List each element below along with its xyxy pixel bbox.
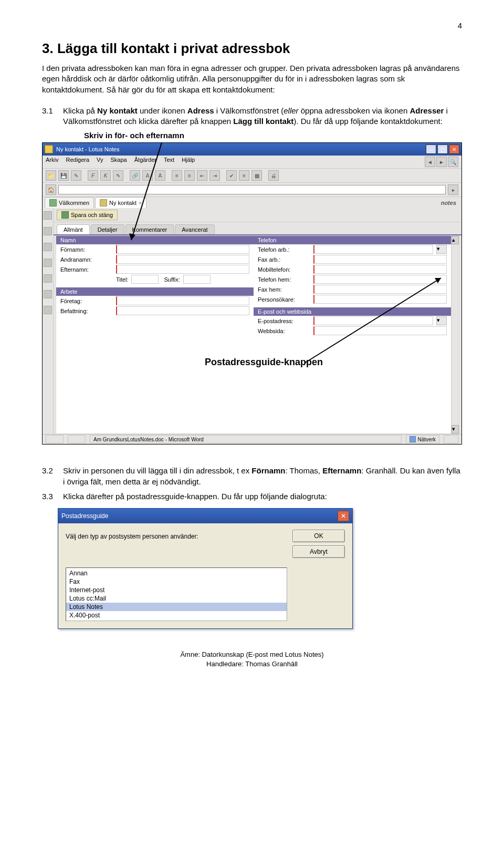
vertical-scrollbar[interactable]: ▴ ▾ (451, 236, 459, 433)
toolbar-icon[interactable]: 🖨 (268, 170, 279, 181)
bold-icon[interactable]: F (88, 170, 98, 181)
indent-icon[interactable]: ⇥ (209, 170, 220, 181)
input-suffix[interactable] (183, 275, 211, 284)
window-title: Ny kontakt - Lotus Notes (56, 146, 119, 152)
heading: 3. Lägga till kontakt i privat adressbok (42, 40, 462, 57)
intro-paragraph: I den privata adressboken kan man föra i… (42, 63, 462, 95)
input-webbsida[interactable] (313, 326, 447, 335)
subtab-kommentarer[interactable]: Kommentarer (125, 224, 174, 234)
input-titel[interactable] (131, 275, 159, 284)
label-mobil: Mobiltelefon: (258, 266, 310, 273)
label-fax-arb: Fax arb.: (258, 256, 310, 263)
input-mobil[interactable] (313, 265, 447, 274)
status-center: Am GrundkursLotusNotes.doc - Microsoft W… (90, 435, 402, 443)
tab-new-contact[interactable]: Ny kontakt × (95, 197, 146, 208)
gutter-icon[interactable] (44, 243, 52, 251)
toolbar-icon[interactable]: ✎ (113, 170, 123, 181)
toolbar-icon[interactable]: ▦ (251, 170, 262, 181)
input-tel-hem[interactable] (313, 275, 447, 284)
input-foretag[interactable] (116, 296, 249, 305)
form-left-column: Namn Förnamn: Andranamn: Efternamn: (56, 236, 254, 433)
step-3-1-number: 3.1 (42, 106, 63, 127)
close-button[interactable]: ✕ (449, 144, 459, 154)
input-fax-arb[interactable] (313, 255, 447, 264)
subtab-avancerat[interactable]: Avancerat (175, 224, 214, 234)
label-andranamn: Andranamn: (60, 256, 113, 263)
menu-item[interactable]: Arkiv (46, 157, 58, 167)
indent-icon[interactable]: ⇤ (197, 170, 207, 181)
label-tel-arb: Telefon arb.: (258, 246, 310, 253)
section-epost-web: E-post och webbsida (254, 307, 451, 316)
contact-subtabs: Allmänt Detaljer Kommentarer Avancerat (54, 222, 461, 235)
menu-item[interactable]: Redigera (66, 157, 89, 167)
ok-button[interactable]: OK (292, 530, 345, 542)
list-item[interactable]: X.400-post (66, 611, 287, 619)
input-personsokare[interactable] (313, 295, 447, 304)
dialog-close-button[interactable]: ✕ (338, 511, 349, 521)
address-input[interactable] (58, 185, 446, 194)
menu-item[interactable]: Vy (97, 157, 103, 167)
list-item-selected[interactable]: Lotus Notes (66, 603, 287, 611)
gutter-icon[interactable] (44, 306, 52, 314)
app-icon (45, 145, 53, 153)
dropdown-button[interactable]: ▾ (436, 245, 447, 254)
address-icon[interactable]: 🏠 (46, 184, 56, 195)
cancel-button[interactable]: Avbryt (292, 545, 345, 558)
input-fornamn[interactable] (116, 245, 249, 254)
gutter-icon[interactable] (44, 211, 52, 220)
tab-close-icon[interactable]: × (139, 200, 142, 206)
list-item[interactable]: Internet-post (66, 586, 287, 594)
status-bar: Am GrundkursLotusNotes.doc - Microsoft W… (43, 434, 461, 444)
input-efternamn[interactable] (116, 265, 249, 274)
toolbar-icon[interactable]: ≡ (239, 170, 249, 181)
form-right-column: Telefon Telefon arb.: ▾ Fax arb.: (254, 236, 451, 433)
nav-back-icon[interactable]: ◄ (425, 157, 435, 167)
label-fax-hem: Fax hem: (258, 286, 310, 293)
subtab-allmant[interactable]: Allmänt (57, 224, 90, 234)
toolbar-icon[interactable]: ✔ (226, 170, 237, 181)
nav-fwd-icon[interactable]: ► (436, 157, 447, 167)
window-titlebar: Ny kontakt - Lotus Notes – ▢ ✕ (43, 143, 461, 156)
toolbar-icon[interactable]: 💾 (58, 170, 69, 181)
input-befattning[interactable] (116, 306, 249, 315)
list-item[interactable]: Fax (66, 577, 287, 586)
menu-item[interactable]: Åtgärder (134, 157, 156, 167)
input-andranamn[interactable] (116, 255, 249, 264)
list-item[interactable]: Annan (66, 569, 287, 577)
tab-welcome[interactable]: Välkommen (45, 197, 94, 208)
input-fax-hem[interactable] (313, 285, 447, 294)
scroll-down-icon[interactable]: ▾ (452, 425, 459, 433)
callout-postadressguide: Postadressguide-knappen (205, 357, 323, 368)
toolbar-icon[interactable]: 🔗 (130, 170, 140, 181)
list-item[interactable]: Lotus cc:Mail (66, 594, 287, 603)
menu-item[interactable]: Text (164, 157, 174, 167)
gutter-icon[interactable] (44, 290, 52, 298)
toolbar-icon[interactable]: A (142, 170, 153, 181)
gutter-icon[interactable] (44, 274, 52, 283)
gutter-icon[interactable] (44, 259, 52, 267)
mail-system-list[interactable]: Annan Fax Internet-post Lotus cc:Mail Lo… (66, 567, 287, 621)
go-icon[interactable]: ▸ (448, 184, 458, 195)
menu-item[interactable]: Skapa (111, 157, 127, 167)
label-foretag: Företag: (60, 298, 113, 304)
subtab-detaljer[interactable]: Detaljer (91, 224, 124, 234)
tab-icon (100, 199, 107, 206)
toolbar-icon[interactable]: 📁 (46, 170, 56, 181)
gutter-icon[interactable] (44, 227, 52, 235)
scroll-up-icon[interactable]: ▴ (452, 236, 459, 244)
input-epostadress[interactable] (313, 316, 433, 325)
italic-icon[interactable]: K (100, 170, 111, 181)
search-icon[interactable]: 🔍 (448, 157, 458, 167)
toolbar-icon[interactable]: A (155, 170, 165, 181)
menu-item[interactable]: Hjälp (182, 157, 195, 167)
maximize-button[interactable]: ▢ (437, 144, 448, 154)
mail-guide-button[interactable]: ▾ (436, 316, 447, 325)
toolbar-icon[interactable]: ✎ (71, 170, 81, 181)
list-icon[interactable]: ≡ (172, 170, 182, 181)
dialog-prompt: Välj den typ av postsystem personen anvä… (66, 530, 285, 558)
save-and-close-button[interactable]: Spara och stäng (57, 210, 118, 220)
input-tel-arb[interactable] (313, 245, 433, 254)
list-icon[interactable]: ≡ (184, 170, 195, 181)
section-telefon: Telefon (254, 236, 451, 244)
minimize-button[interactable]: – (426, 144, 436, 154)
